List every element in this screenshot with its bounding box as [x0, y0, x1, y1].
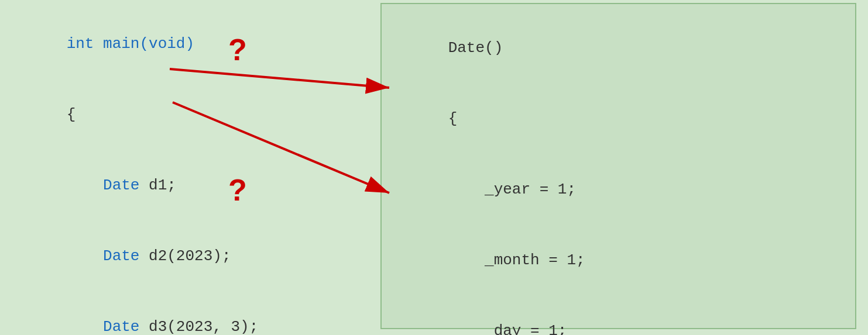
constructor1-open: { [393, 84, 843, 154]
left-code-panel: int main(void) { Date d1; Date d2(2023);… [0, 0, 363, 335]
type-date-2: Date [67, 247, 149, 265]
constructor1-day: _day = 1; [393, 296, 843, 335]
question-mark-2: ? [228, 172, 247, 208]
var-d2: d2(2023); [149, 247, 231, 265]
left-code-content: int main(void) { Date d1; Date d2(2023);… [12, 9, 351, 335]
code-box: Date() { _year = 1; _month = 1; _day = 1… [380, 3, 856, 329]
right-code-panel: Date() { _year = 1; _month = 1; _day = 1… [363, 0, 868, 335]
code-line-2: { [12, 80, 351, 150]
brace-open: { [67, 106, 76, 123]
constructor1-month: _month = 1; [393, 225, 843, 296]
constructor1-year: _year = 1; [393, 154, 843, 225]
code-line-3: Date d1; [12, 150, 351, 221]
code-line-4: Date d2(2023); [12, 221, 351, 292]
constructor1-head: Date() [393, 13, 843, 84]
question-mark-1: ? [228, 32, 247, 67]
keyword-int: int main(void) [67, 35, 194, 53]
var-d1: d1; [149, 177, 176, 194]
type-date-3: Date [67, 318, 149, 335]
type-date-1: Date [67, 177, 149, 194]
var-d3: d3(2023, 3); [149, 318, 258, 335]
code-line-5: Date d3(2023, 3); [12, 292, 351, 335]
code-line-1: int main(void) [12, 9, 351, 80]
